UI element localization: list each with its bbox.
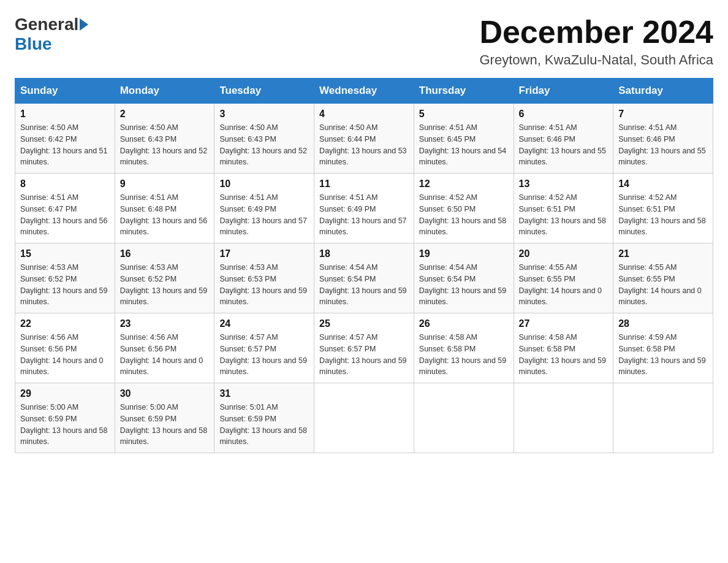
day-number: 25 xyxy=(319,318,409,329)
day-number: 30 xyxy=(120,388,210,399)
weekday-header-saturday: Saturday xyxy=(613,79,713,104)
day-number: 22 xyxy=(20,318,110,329)
day-info: Sunrise: 4:55 AM Sunset: 6:55 PM Dayligh… xyxy=(618,262,708,308)
day-info: Sunrise: 4:51 AM Sunset: 6:47 PM Dayligh… xyxy=(20,192,110,238)
calendar-cell: 5 Sunrise: 4:51 AM Sunset: 6:45 PM Dayli… xyxy=(414,104,514,174)
day-info: Sunrise: 4:50 AM Sunset: 6:43 PM Dayligh… xyxy=(219,122,309,168)
calendar-cell: 11 Sunrise: 4:51 AM Sunset: 6:49 PM Dayl… xyxy=(314,174,414,243)
day-info: Sunrise: 4:56 AM Sunset: 6:56 PM Dayligh… xyxy=(120,332,210,378)
calendar-cell: 8 Sunrise: 4:51 AM Sunset: 6:47 PM Dayli… xyxy=(15,174,115,243)
day-number: 11 xyxy=(319,178,409,190)
calendar-cell: 2 Sunrise: 4:50 AM Sunset: 6:43 PM Dayli… xyxy=(115,104,214,174)
day-number: 24 xyxy=(219,318,309,329)
day-info: Sunrise: 4:53 AM Sunset: 6:52 PM Dayligh… xyxy=(20,262,110,308)
day-number: 20 xyxy=(519,248,609,259)
day-number: 18 xyxy=(319,248,409,259)
day-number: 16 xyxy=(120,248,210,259)
day-number: 2 xyxy=(120,109,210,120)
calendar-cell: 6 Sunrise: 4:51 AM Sunset: 6:46 PM Dayli… xyxy=(514,104,613,174)
calendar-cell: 4 Sunrise: 4:50 AM Sunset: 6:44 PM Dayli… xyxy=(314,104,414,174)
day-info: Sunrise: 4:51 AM Sunset: 6:49 PM Dayligh… xyxy=(319,192,409,238)
logo: General Blue xyxy=(15,15,89,54)
calendar-cell: 13 Sunrise: 4:52 AM Sunset: 6:51 PM Dayl… xyxy=(514,174,613,243)
week-row-4: 22 Sunrise: 4:56 AM Sunset: 6:56 PM Dayl… xyxy=(15,313,713,383)
location-title: Greytown, KwaZulu-Natal, South Africa xyxy=(479,52,713,68)
day-info: Sunrise: 5:00 AM Sunset: 6:59 PM Dayligh… xyxy=(20,402,110,448)
calendar-cell: 29 Sunrise: 5:00 AM Sunset: 6:59 PM Dayl… xyxy=(15,383,115,453)
week-row-3: 15 Sunrise: 4:53 AM Sunset: 6:52 PM Dayl… xyxy=(15,243,713,313)
day-info: Sunrise: 4:52 AM Sunset: 6:50 PM Dayligh… xyxy=(419,192,509,238)
calendar-cell xyxy=(514,383,613,453)
calendar-cell: 26 Sunrise: 4:58 AM Sunset: 6:58 PM Dayl… xyxy=(414,313,514,383)
day-info: Sunrise: 4:52 AM Sunset: 6:51 PM Dayligh… xyxy=(519,192,609,238)
week-row-1: 1 Sunrise: 4:50 AM Sunset: 6:42 PM Dayli… xyxy=(15,104,713,174)
day-number: 6 xyxy=(519,109,609,120)
day-info: Sunrise: 4:51 AM Sunset: 6:46 PM Dayligh… xyxy=(519,122,609,168)
day-info: Sunrise: 4:56 AM Sunset: 6:56 PM Dayligh… xyxy=(20,332,110,378)
day-info: Sunrise: 4:50 AM Sunset: 6:42 PM Dayligh… xyxy=(20,122,110,168)
day-number: 5 xyxy=(419,109,509,120)
day-info: Sunrise: 4:51 AM Sunset: 6:46 PM Dayligh… xyxy=(618,122,708,168)
day-number: 27 xyxy=(519,318,609,329)
day-info: Sunrise: 4:54 AM Sunset: 6:54 PM Dayligh… xyxy=(319,262,409,308)
calendar-cell: 17 Sunrise: 4:53 AM Sunset: 6:53 PM Dayl… xyxy=(214,243,314,313)
day-number: 31 xyxy=(219,388,309,399)
calendar-cell: 10 Sunrise: 4:51 AM Sunset: 6:49 PM Dayl… xyxy=(214,174,314,243)
day-number: 8 xyxy=(20,178,110,190)
calendar-cell: 30 Sunrise: 5:00 AM Sunset: 6:59 PM Dayl… xyxy=(115,383,214,453)
weekday-header-sunday: Sunday xyxy=(15,79,115,104)
day-info: Sunrise: 4:50 AM Sunset: 6:43 PM Dayligh… xyxy=(120,122,210,168)
title-area: December 2024 Greytown, KwaZulu-Natal, S… xyxy=(479,15,713,68)
calendar-cell: 14 Sunrise: 4:52 AM Sunset: 6:51 PM Dayl… xyxy=(613,174,713,243)
calendar-cell: 19 Sunrise: 4:54 AM Sunset: 6:54 PM Dayl… xyxy=(414,243,514,313)
day-number: 10 xyxy=(219,178,309,190)
calendar-cell: 21 Sunrise: 4:55 AM Sunset: 6:55 PM Dayl… xyxy=(613,243,713,313)
day-number: 28 xyxy=(618,318,708,329)
page-header: General Blue December 2024 Greytown, Kwa… xyxy=(15,15,713,68)
calendar-cell: 9 Sunrise: 4:51 AM Sunset: 6:48 PM Dayli… xyxy=(115,174,214,243)
day-info: Sunrise: 4:50 AM Sunset: 6:44 PM Dayligh… xyxy=(319,122,409,168)
day-info: Sunrise: 4:51 AM Sunset: 6:45 PM Dayligh… xyxy=(419,122,509,168)
calendar-cell: 25 Sunrise: 4:57 AM Sunset: 6:57 PM Dayl… xyxy=(314,313,414,383)
weekday-header-thursday: Thursday xyxy=(414,79,514,104)
day-info: Sunrise: 4:51 AM Sunset: 6:48 PM Dayligh… xyxy=(120,192,210,238)
calendar-body: 1 Sunrise: 4:50 AM Sunset: 6:42 PM Dayli… xyxy=(15,104,713,453)
weekday-header-wednesday: Wednesday xyxy=(314,79,414,104)
weekday-header-monday: Monday xyxy=(115,79,214,104)
calendar-cell: 3 Sunrise: 4:50 AM Sunset: 6:43 PM Dayli… xyxy=(214,104,314,174)
day-info: Sunrise: 4:57 AM Sunset: 6:57 PM Dayligh… xyxy=(219,332,309,378)
logo-general-text: General xyxy=(15,15,78,34)
day-info: Sunrise: 4:53 AM Sunset: 6:52 PM Dayligh… xyxy=(120,262,210,308)
day-number: 19 xyxy=(419,248,509,259)
day-info: Sunrise: 5:00 AM Sunset: 6:59 PM Dayligh… xyxy=(120,402,210,448)
calendar-cell: 28 Sunrise: 4:59 AM Sunset: 6:58 PM Dayl… xyxy=(613,313,713,383)
calendar-cell: 12 Sunrise: 4:52 AM Sunset: 6:50 PM Dayl… xyxy=(414,174,514,243)
logo-arrow-icon xyxy=(80,18,88,31)
day-number: 15 xyxy=(20,248,110,259)
calendar-table: SundayMondayTuesdayWednesdayThursdayFrid… xyxy=(15,78,713,453)
weekday-header-tuesday: Tuesday xyxy=(214,79,314,104)
day-number: 4 xyxy=(319,109,409,120)
day-info: Sunrise: 4:52 AM Sunset: 6:51 PM Dayligh… xyxy=(618,192,708,238)
calendar-header: SundayMondayTuesdayWednesdayThursdayFrid… xyxy=(15,79,713,104)
day-info: Sunrise: 4:59 AM Sunset: 6:58 PM Dayligh… xyxy=(618,332,708,378)
calendar-cell: 16 Sunrise: 4:53 AM Sunset: 6:52 PM Dayl… xyxy=(115,243,214,313)
week-row-5: 29 Sunrise: 5:00 AM Sunset: 6:59 PM Dayl… xyxy=(15,383,713,453)
calendar-cell: 7 Sunrise: 4:51 AM Sunset: 6:46 PM Dayli… xyxy=(613,104,713,174)
weekday-row: SundayMondayTuesdayWednesdayThursdayFrid… xyxy=(15,79,713,104)
calendar-cell: 23 Sunrise: 4:56 AM Sunset: 6:56 PM Dayl… xyxy=(115,313,214,383)
calendar-cell xyxy=(314,383,414,453)
day-number: 12 xyxy=(419,178,509,190)
day-info: Sunrise: 4:57 AM Sunset: 6:57 PM Dayligh… xyxy=(319,332,409,378)
day-number: 29 xyxy=(20,388,110,399)
weekday-header-friday: Friday xyxy=(514,79,613,104)
day-number: 23 xyxy=(120,318,210,329)
day-number: 21 xyxy=(618,248,708,259)
calendar-cell: 24 Sunrise: 4:57 AM Sunset: 6:57 PM Dayl… xyxy=(214,313,314,383)
calendar-cell xyxy=(414,383,514,453)
day-number: 17 xyxy=(219,248,309,259)
calendar-cell: 31 Sunrise: 5:01 AM Sunset: 6:59 PM Dayl… xyxy=(214,383,314,453)
day-number: 14 xyxy=(618,178,708,190)
calendar-cell: 22 Sunrise: 4:56 AM Sunset: 6:56 PM Dayl… xyxy=(15,313,115,383)
calendar-cell xyxy=(613,383,713,453)
